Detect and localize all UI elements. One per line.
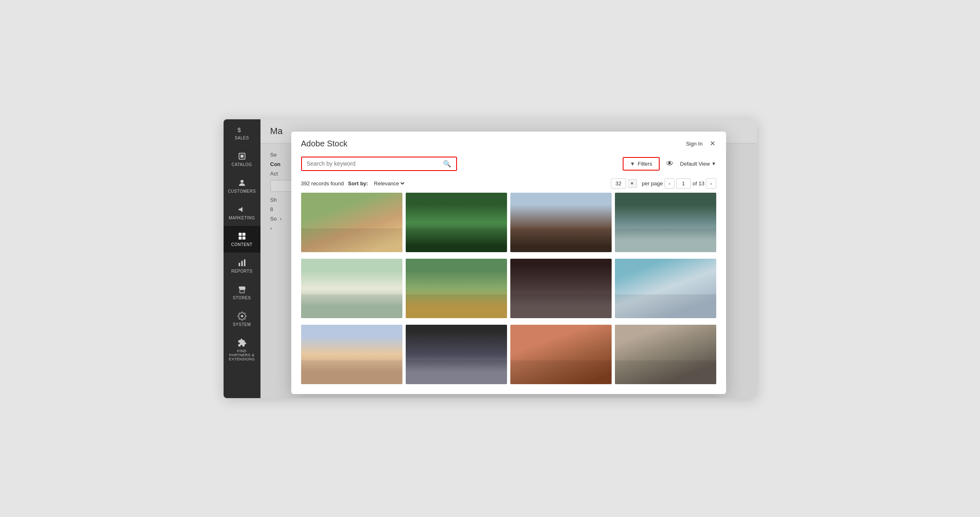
svg-rect-2 — [240, 155, 243, 157]
pagination: 32 ▼ per page ‹ of 13 › — [611, 178, 716, 189]
grid-image-4[interactable] — [615, 193, 716, 252]
sidebar-item-label: CONTENT — [231, 242, 253, 247]
sidebar-item-label: REPORTS — [231, 269, 253, 273]
eye-icon[interactable]: 👁 — [666, 159, 674, 168]
search-icon[interactable]: 🔍 — [443, 160, 451, 168]
view-label: Default View — [680, 161, 710, 167]
view-select[interactable]: Default View ▼ — [680, 161, 716, 167]
svg-point-12 — [241, 315, 243, 317]
svg-rect-5 — [242, 232, 245, 235]
results-bar: 392 records found Sort by: Relevance 32 … — [291, 176, 726, 193]
svg-rect-8 — [238, 263, 240, 266]
filter-icon: ▼ — [630, 161, 635, 167]
sidebar-item-label: CATALOG — [232, 162, 252, 167]
grid-image-12[interactable] — [615, 325, 716, 384]
box-icon — [238, 152, 247, 161]
gear-icon — [238, 312, 247, 321]
per-page-number: 32 — [611, 178, 626, 189]
sidebar-item-label: SALES — [235, 136, 249, 140]
grid-image-2[interactable] — [406, 193, 507, 252]
sidebar-item-catalog[interactable]: CATALOG — [224, 146, 260, 173]
sidebar-item-content[interactable]: CONTENT — [224, 226, 260, 253]
puzzle-icon — [238, 338, 247, 347]
chevron-down-icon: ▼ — [712, 161, 716, 166]
sort-label: Sort by: — [348, 180, 368, 187]
per-page-wrap: 32 ▼ — [611, 178, 637, 189]
sidebar-item-marketing[interactable]: MARKETING — [224, 199, 260, 226]
svg-rect-4 — [238, 232, 241, 235]
page-next-button[interactable]: › — [706, 178, 716, 189]
sidebar-item-extensions[interactable]: FIND PARTNERS & EXTENSIONS — [224, 333, 260, 367]
filters-button[interactable]: ▼ Filters — [623, 157, 660, 171]
svg-rect-6 — [238, 236, 241, 239]
grid-image-9[interactable] — [301, 325, 402, 384]
svg-rect-9 — [241, 261, 243, 266]
svg-point-3 — [240, 180, 243, 182]
search-input[interactable] — [307, 160, 443, 167]
grid-image-1[interactable] — [301, 193, 402, 252]
sidebar-item-system[interactable]: SYSTEM — [224, 306, 260, 333]
page-input[interactable] — [676, 178, 691, 189]
svg-rect-7 — [242, 236, 245, 239]
sidebar-item-reports[interactable]: REPORTS — [224, 253, 260, 279]
adobe-stock-modal: Adobe Stock Sign In × 🔍 ▼ Filter — [291, 132, 726, 394]
background-panel: Ma Se Con Act Sh 8 So › › — [260, 119, 757, 398]
grid-image-11[interactable] — [510, 325, 612, 384]
svg-rect-11 — [240, 289, 244, 292]
page-total: of 13 — [692, 180, 704, 187]
svg-rect-10 — [244, 259, 245, 266]
modal-header: Adobe Stock Sign In × — [291, 132, 726, 153]
per-page-label: per page — [642, 180, 663, 187]
sidebar-item-sales[interactable]: $ SALES — [224, 119, 260, 146]
grid-image-3[interactable] — [510, 193, 612, 252]
chart-icon — [238, 258, 247, 267]
store-icon — [238, 285, 247, 294]
sidebar-item-label: CUSTOMERS — [228, 189, 256, 194]
modal-close-button[interactable]: × — [709, 139, 716, 148]
dollar-icon: $ — [238, 125, 247, 134]
image-grid — [291, 193, 726, 394]
records-count: 392 records found — [301, 180, 344, 187]
modal-overlay: Adobe Stock Sign In × 🔍 ▼ Filter — [260, 119, 757, 398]
sidebar-item-customers[interactable]: CUSTOMERS — [224, 173, 260, 199]
grid-image-7[interactable] — [510, 259, 612, 318]
search-box: 🔍 — [301, 157, 457, 171]
grid-image-6[interactable] — [406, 259, 507, 318]
sidebar-item-label: FIND PARTNERS & EXTENSIONS — [227, 349, 257, 361]
modal-header-actions: Sign In × — [686, 139, 716, 148]
grid-icon — [238, 232, 247, 241]
grid-image-5[interactable] — [301, 259, 402, 318]
grid-image-8[interactable] — [615, 259, 716, 318]
sidebar-item-label: MARKETING — [229, 216, 255, 220]
modal-title: Adobe Stock — [301, 139, 347, 148]
sidebar-item-label: STORES — [233, 296, 251, 300]
sign-in-link[interactable]: Sign In — [686, 141, 702, 147]
sidebar-item-label: SYSTEM — [233, 322, 251, 327]
main-window: $ SALES CATALOG CUSTOMERS MARKETING CONT… — [224, 119, 757, 398]
search-filter-row: 🔍 ▼ Filters 👁 Default View ▼ — [291, 153, 726, 176]
per-page-dropdown[interactable]: ▼ — [628, 179, 637, 188]
sort-select[interactable]: Relevance — [372, 180, 406, 187]
filters-label: Filters — [637, 161, 652, 167]
sidebar: $ SALES CATALOG CUSTOMERS MARKETING CONT… — [224, 119, 260, 398]
svg-text:$: $ — [238, 126, 241, 133]
person-icon — [238, 178, 247, 187]
page-prev-button[interactable]: ‹ — [665, 178, 674, 189]
megaphone-icon — [238, 205, 247, 214]
grid-image-10[interactable] — [406, 325, 507, 384]
sidebar-item-stores[interactable]: STORES — [224, 279, 260, 306]
